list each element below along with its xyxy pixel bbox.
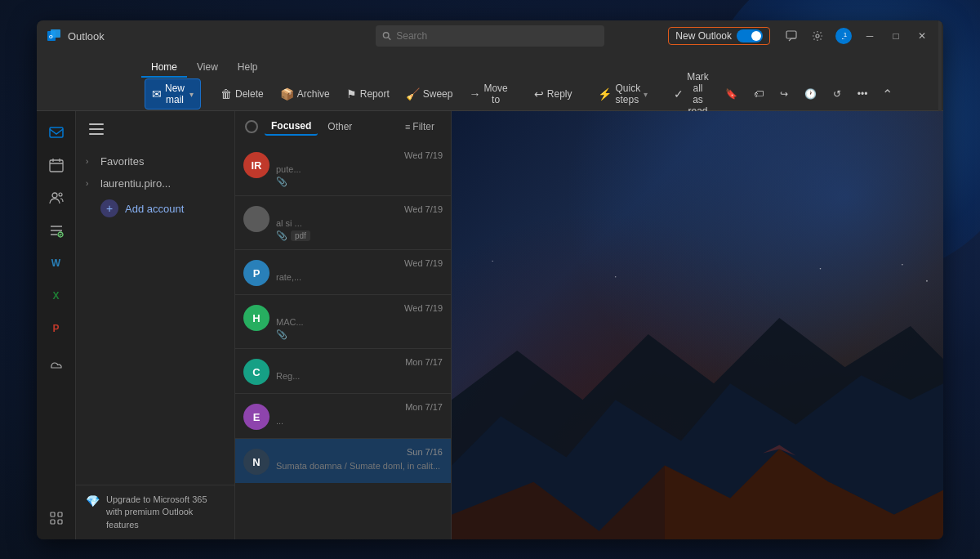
ribbon-actions: ✉ New mail ▾ 🗑 Delete 📦 Archive ⚑ Report… [37, 78, 943, 110]
profile-button[interactable]: L 1 [832, 25, 855, 47]
email-content: Wed 7/19 pute... 📎 [276, 150, 443, 187]
avatar [243, 206, 270, 232]
sidebar-tree: › Favorites › laurentiu.piro... + Add ac… [76, 147, 234, 485]
reading-pane [452, 111, 943, 539]
nav-tasks[interactable] [42, 216, 71, 245]
reply-icon: ↩ [534, 87, 544, 101]
email-top: Wed 7/19 [276, 303, 443, 313]
new-outlook-toggle[interactable] [737, 29, 763, 42]
move-to-button[interactable]: → Move to [462, 79, 514, 109]
tab-other[interactable]: Other [321, 119, 359, 135]
onedrive-icon [49, 359, 64, 370]
filter-tabs: Focused Other [265, 118, 392, 136]
forward-button[interactable]: ↪ [773, 85, 795, 103]
lightning-icon: ⚡ [598, 87, 612, 101]
email-top: Mon 7/17 [276, 402, 443, 412]
title-bar-right: New Outlook L 1 [668, 25, 933, 47]
nav-more-apps[interactable] [42, 503, 71, 533]
hamburger-button[interactable] [86, 118, 109, 141]
email-date: Mon 7/17 [405, 357, 443, 367]
email-top: Sun 7/16 [276, 447, 443, 457]
nav-excel[interactable]: X [42, 281, 71, 311]
forward-icon: ↪ [780, 88, 788, 100]
collapse-ribbon-button[interactable]: ⌃ [877, 85, 898, 104]
delete-button[interactable]: 🗑 Delete [214, 84, 270, 104]
reply-button[interactable]: ↩ Reply [528, 84, 579, 104]
nav-mail[interactable] [42, 118, 71, 147]
email-item[interactable]: IR Wed 7/19 pute... 📎 [235, 142, 451, 196]
tab-home[interactable]: Home [141, 58, 187, 78]
main-layout: W X P [37, 111, 943, 539]
premium-icon: 💎 [86, 494, 100, 508]
nav-word[interactable]: W [42, 248, 71, 278]
tab-view[interactable]: View [187, 58, 228, 78]
attachment-icon: 📎 [276, 177, 287, 187]
feedback-button[interactable] [780, 25, 803, 47]
email-content: Mon 7/17 ... [276, 402, 443, 426]
attachment-icon: 📎 [276, 329, 287, 340]
more-icon: ••• [858, 88, 868, 100]
maximize-button[interactable]: □ [884, 25, 907, 47]
clock-button[interactable]: 🕐 [798, 85, 823, 103]
svg-rect-14 [51, 520, 55, 524]
nav-people[interactable] [42, 183, 71, 212]
email-preview: al si ... [276, 218, 443, 228]
nav-onedrive[interactable] [42, 350, 71, 379]
sidebar-item-favorites[interactable]: › Favorites [76, 150, 234, 172]
tab-focused[interactable]: Focused [265, 118, 318, 136]
feedback-icon [786, 30, 797, 42]
email-item[interactable]: C Mon 7/17 Reg... [235, 349, 451, 394]
new-mail-dropdown-icon[interactable]: ▾ [189, 90, 194, 99]
avatar: C [243, 359, 270, 385]
search-input[interactable] [396, 30, 598, 42]
close-button[interactable]: ✕ [911, 25, 933, 47]
new-mail-icon: ✉ [152, 87, 162, 101]
email-list: Focused Other ≡ Filter IR Wed 7/19 [235, 111, 452, 539]
email-preview: ... [276, 416, 443, 426]
add-account-icon: + [100, 199, 118, 217]
email-item[interactable]: N Sun 7/16 Sumata doamna / Sumate doml, … [235, 439, 451, 483]
email-preview: pute... [276, 164, 443, 174]
email-item[interactable]: E Mon 7/17 ... [235, 394, 451, 439]
search-bar[interactable] [376, 25, 604, 47]
svg-line-4 [388, 38, 390, 40]
svg-rect-15 [58, 520, 62, 524]
powerpoint-icon: P [52, 323, 59, 334]
report-button[interactable]: ⚑ Report [340, 84, 396, 104]
avatar: N [243, 449, 270, 475]
move-icon: → [469, 87, 480, 101]
minimize-button[interactable]: ─ [858, 25, 881, 47]
email-item[interactable]: Wed 7/19 al si ... 📎 pdf [235, 196, 451, 250]
email-date: Sun 7/16 [407, 447, 443, 457]
tag-button[interactable]: 🏷 [747, 85, 770, 103]
bookmark-button[interactable]: 🔖 [719, 85, 744, 103]
nav-calendar[interactable] [42, 150, 71, 180]
email-preview: Sumata doamna / Sumate doml, in calit... [276, 461, 443, 471]
more-actions-button[interactable]: ••• [851, 85, 875, 103]
tag-icon: 🏷 [754, 88, 764, 100]
email-top: Mon 7/17 [276, 357, 443, 367]
upgrade-section: 💎 Upgrade to Microsoft 365 with premium … [86, 494, 225, 531]
add-account-button[interactable]: + Add account [76, 195, 234, 222]
email-item[interactable]: P Wed 7/19 rate,... [235, 250, 451, 295]
select-all-checkbox[interactable] [245, 120, 258, 133]
email-meta: 📎 [276, 177, 443, 187]
new-mail-button[interactable]: ✉ New mail ▾ [145, 78, 201, 110]
sweep-button[interactable]: 🧹 Sweep [399, 84, 460, 104]
report-icon: ⚑ [346, 87, 357, 101]
delete-icon: 🗑 [220, 87, 232, 101]
archive-button[interactable]: 📦 Archive [274, 84, 336, 104]
sidebar-item-account[interactable]: › laurentiu.piro... [76, 172, 234, 195]
email-date: Wed 7/19 [404, 204, 443, 214]
archive-icon: 📦 [280, 87, 294, 101]
chevron-right-icon: › [86, 157, 96, 166]
quick-steps-button[interactable]: ⚡ Quick steps ▾ [591, 79, 654, 109]
tab-help[interactable]: Help [228, 58, 268, 78]
search-icon [382, 31, 391, 41]
filter-button[interactable]: ≡ Filter [399, 119, 441, 135]
title-bar: O Outlook New Outlook [37, 20, 943, 51]
settings-button[interactable] [806, 25, 829, 47]
nav-powerpoint[interactable]: P [42, 314, 71, 343]
undo-button[interactable]: ↺ [826, 85, 848, 103]
email-item[interactable]: H Wed 7/19 MAC... 📎 [235, 295, 451, 349]
